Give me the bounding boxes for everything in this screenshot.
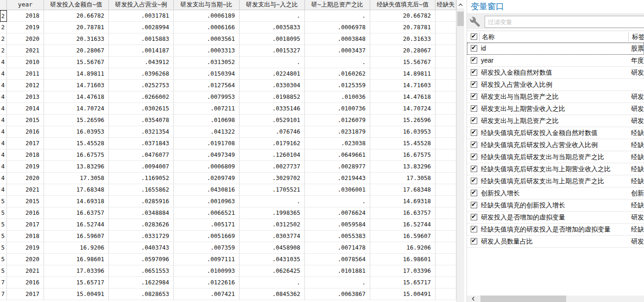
table-cell[interactable]: .0348884 bbox=[109, 207, 174, 219]
table-cell[interactable]: .0330304 bbox=[240, 80, 305, 91]
table-cell[interactable]: .010698 bbox=[174, 115, 240, 126]
table-cell[interactable]: .043912 bbox=[109, 57, 174, 68]
variable-checkbox[interactable] bbox=[471, 202, 477, 208]
table-cell[interactable] bbox=[436, 219, 456, 231]
table-cell[interactable]: 16.52744 bbox=[44, 219, 109, 231]
table-cell[interactable]: .0252753 bbox=[109, 80, 174, 91]
variable-row[interactable]: 研发投入金额自然对数值研发 bbox=[467, 67, 644, 79]
vertical-scrollbar-thumb[interactable] bbox=[457, 12, 464, 26]
table-cell[interactable] bbox=[436, 10, 456, 22]
table-cell[interactable]: 4 bbox=[0, 103, 7, 115]
table-cell[interactable]: .0845362 bbox=[240, 289, 305, 300]
table-cell[interactable]: .0626425 bbox=[240, 265, 305, 277]
table-cell[interactable]: .0003561 bbox=[174, 33, 240, 45]
select-all-checkbox[interactable] bbox=[471, 33, 477, 40]
table-cell[interactable]: 20.28067 bbox=[44, 45, 109, 57]
label-column-header[interactable]: 标签 bbox=[632, 31, 644, 43]
table-cell[interactable]: 16.9206 bbox=[44, 242, 109, 254]
table-cell[interactable]: .0306001 bbox=[305, 184, 370, 196]
table-cell[interactable]: .0006189 bbox=[174, 10, 240, 22]
table-cell[interactable]: .0303774 bbox=[240, 231, 305, 242]
table-cell[interactable]: .0266002 bbox=[109, 91, 174, 103]
table-cell[interactable]: .0066521 bbox=[174, 207, 240, 219]
column-header[interactable]: 研~上期总资产之比 bbox=[305, 0, 370, 10]
table-cell[interactable]: .1655862 bbox=[109, 184, 174, 196]
table-cell[interactable] bbox=[436, 57, 456, 68]
table-cell[interactable]: .010036 bbox=[305, 91, 370, 103]
table-cell[interactable]: 2 bbox=[0, 22, 7, 33]
variable-row[interactable]: 研发支出与上期总资产之比研发 bbox=[467, 115, 644, 127]
table-cell[interactable]: .0331729 bbox=[109, 231, 174, 242]
table-cell[interactable]: 4 bbox=[0, 80, 7, 91]
table-cell[interactable]: 2018 bbox=[7, 231, 44, 242]
column-header[interactable]: 研发支出与~入之比 bbox=[240, 0, 305, 10]
table-cell[interactable]: 17.68348 bbox=[44, 184, 109, 196]
table-cell[interactable]: .076746 bbox=[240, 126, 305, 138]
table-cell[interactable]: 16.03953 bbox=[44, 126, 109, 138]
table-cell[interactable]: 14.47618 bbox=[370, 91, 436, 103]
table-cell[interactable]: .0079953 bbox=[174, 91, 240, 103]
table-cell[interactable]: 14.70724 bbox=[44, 103, 109, 115]
table-cell[interactable]: 16.67575 bbox=[44, 149, 109, 161]
variable-checkbox[interactable] bbox=[471, 45, 477, 51]
variable-row[interactable]: 研发投入占营业收入比例 bbox=[467, 79, 644, 91]
variable-checkbox[interactable] bbox=[471, 141, 477, 148]
table-cell[interactable]: .0125359 bbox=[305, 80, 370, 91]
table-cell[interactable]: .0302615 bbox=[109, 103, 174, 115]
table-cell[interactable]: 16.59607 bbox=[44, 231, 109, 242]
table-cell[interactable]: .023038 bbox=[305, 138, 370, 149]
table-cell[interactable]: 2021 bbox=[7, 184, 44, 196]
column-header[interactable]: 经缺失值填充后~值 bbox=[370, 0, 436, 10]
name-column-header[interactable]: 名称 bbox=[482, 31, 495, 43]
table-cell[interactable]: .0497349 bbox=[174, 149, 240, 161]
variable-row[interactable]: 经缺失值填充后研发支出与上期总资产之比经缺 bbox=[467, 175, 644, 187]
table-cell[interactable]: 14.70724 bbox=[370, 103, 436, 115]
table-cell[interactable]: 5 bbox=[0, 254, 7, 265]
table-cell[interactable]: 2013 bbox=[7, 91, 44, 103]
table-cell[interactable]: .0597096 bbox=[109, 254, 174, 265]
scroll-up-button[interactable] bbox=[457, 0, 464, 8]
table-cell[interactable] bbox=[436, 196, 456, 207]
table-cell[interactable]: 13.83296 bbox=[370, 161, 436, 173]
table-cell[interactable] bbox=[436, 33, 456, 45]
table-cell[interactable]: 14.71603 bbox=[370, 80, 436, 91]
column-header[interactable]: 研发支出与当期~比 bbox=[174, 0, 240, 10]
table-cell[interactable]: 16.52744 bbox=[370, 219, 436, 231]
variable-row[interactable]: 经缺失值填充的研发投入是否增加的虚拟变量经缺 bbox=[467, 224, 644, 236]
table-cell[interactable]: .0651553 bbox=[109, 265, 174, 277]
table-cell[interactable]: 2020 bbox=[7, 33, 44, 45]
table-cell[interactable]: .1169052 bbox=[109, 173, 174, 184]
table-cell[interactable]: . bbox=[305, 196, 370, 207]
table-cell[interactable]: 15.45528 bbox=[44, 138, 109, 149]
table-cell[interactable]: 20.78781 bbox=[44, 22, 109, 33]
variable-checkbox[interactable] bbox=[471, 105, 477, 112]
table-cell[interactable]: 16.63757 bbox=[370, 207, 436, 219]
table-cell[interactable]: 2014 bbox=[7, 103, 44, 115]
table-cell[interactable]: .0283626 bbox=[109, 219, 174, 231]
table-cell[interactable]: 2011 bbox=[7, 68, 44, 80]
table-cell[interactable]: .3029702 bbox=[240, 173, 305, 184]
table-cell[interactable]: .0231879 bbox=[305, 126, 370, 138]
table-cell[interactable]: 17.03396 bbox=[44, 265, 109, 277]
scroll-left-button[interactable] bbox=[467, 296, 479, 302]
table-cell[interactable]: .0476077 bbox=[109, 149, 174, 161]
table-cell[interactable]: 16.98601 bbox=[370, 254, 436, 265]
table-cell[interactable]: 20.66782 bbox=[44, 10, 109, 22]
table-cell[interactable]: 16.03953 bbox=[370, 126, 436, 138]
table-cell[interactable] bbox=[436, 265, 456, 277]
table-cell[interactable]: .0403743 bbox=[109, 242, 174, 254]
table-cell[interactable]: .0059584 bbox=[305, 219, 370, 231]
table-cell[interactable]: 14.89811 bbox=[370, 68, 436, 80]
table-cell[interactable]: 14.47618 bbox=[44, 91, 109, 103]
table-cell[interactable]: 2018 bbox=[7, 149, 44, 161]
table-cell[interactable]: .005171 bbox=[174, 219, 240, 231]
table-cell[interactable]: .0219443 bbox=[305, 173, 370, 184]
table-cell[interactable]: 2 bbox=[0, 45, 7, 57]
variable-row[interactable]: 研发人员数量占比研发 bbox=[467, 236, 644, 248]
table-cell[interactable]: 2021 bbox=[7, 45, 44, 57]
table-cell[interactable]: .0335146 bbox=[240, 103, 305, 115]
table-cell[interactable] bbox=[436, 103, 456, 115]
variable-checkbox[interactable] bbox=[471, 57, 477, 64]
table-cell[interactable]: 7 bbox=[0, 277, 7, 289]
table-cell[interactable]: 2019 bbox=[7, 22, 44, 33]
